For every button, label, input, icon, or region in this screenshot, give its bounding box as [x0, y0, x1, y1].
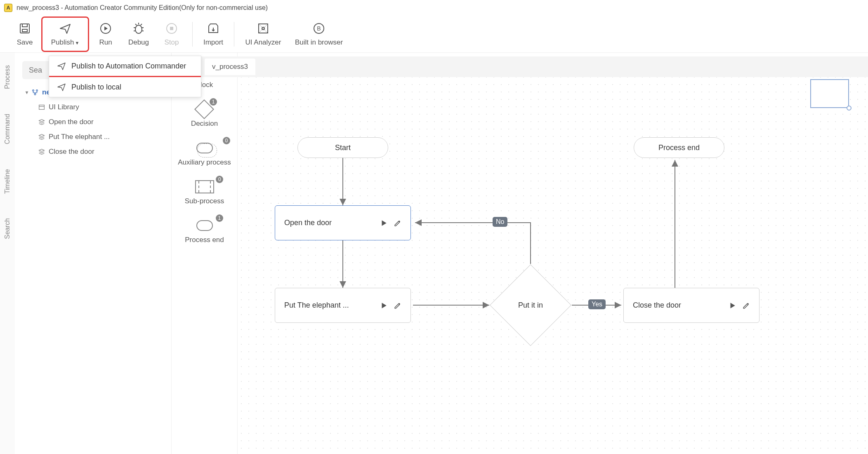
vtab-search[interactable]: Search [4, 218, 11, 239]
node-process-end[interactable]: Process end [634, 137, 724, 158]
save-icon [18, 22, 31, 35]
import-label: Import [203, 38, 223, 47]
ui-analyzer-icon [257, 22, 270, 35]
svg-point-7 [262, 27, 264, 30]
svg-point-11 [36, 90, 38, 92]
svg-rect-5 [170, 27, 173, 30]
node-label: Close the door [633, 301, 681, 310]
stop-label: Stop [165, 38, 179, 47]
node-label: Put The elephant ... [284, 301, 349, 310]
stop-button[interactable]: Stop [155, 16, 188, 52]
badge: 1 [216, 214, 223, 222]
publish-icon [59, 22, 72, 35]
svg-point-12 [34, 94, 36, 95]
separator [192, 22, 193, 47]
edit-icon[interactable] [743, 302, 750, 309]
publish-icon [57, 82, 66, 92]
import-icon [207, 22, 220, 35]
layers-icon [38, 118, 45, 126]
dd-label: Publish to local [71, 83, 121, 92]
ui-analyzer-label: UI Analyzer [245, 38, 281, 47]
vtab-command[interactable]: Command [4, 114, 11, 144]
flow-edges [238, 73, 868, 454]
debug-label: Debug [128, 38, 149, 47]
palette-label: Decision [191, 120, 218, 128]
window-title: new_process3 - Automation Creator Commun… [17, 4, 268, 12]
built-in-browser-button[interactable]: B Built in browser [288, 16, 350, 52]
svg-rect-1 [22, 29, 27, 32]
edge-no: No [493, 217, 507, 227]
tree-item-put-elephant[interactable]: Put The elephant ... [23, 129, 163, 144]
browser-label: Built in browser [295, 38, 343, 47]
edit-icon[interactable] [394, 219, 401, 227]
node-label: Open the door [284, 219, 332, 227]
node-label: Start [335, 143, 351, 152]
browser-icon: B [312, 22, 326, 35]
palette-decision[interactable]: 1 Decision [189, 101, 219, 128]
tree-item-ui-library[interactable]: UI Library [23, 100, 163, 115]
canvas[interactable]: Start Open the door Put The elephant ...… [238, 73, 868, 454]
vertical-tabs: Process Command Timeline Search [0, 53, 15, 454]
palette-label: Auxiliary process [178, 158, 231, 167]
tab-label: v_process3 [212, 63, 248, 71]
node-put-elephant[interactable]: Put The elephant ... [275, 288, 411, 323]
palette-label: Sub-process [185, 197, 224, 205]
publish-dropdown: Publish to Automation Commander Publish … [49, 56, 201, 97]
tree-label: Open the door [49, 118, 94, 126]
tree-label: Put The elephant ... [49, 133, 110, 141]
import-button[interactable]: Import [197, 16, 230, 52]
node-actions [380, 302, 401, 309]
layers-icon [38, 133, 45, 141]
workarea: Process Command Timeline Search ▾ new_pr… [0, 53, 868, 454]
palette: 3 Block 1 Decision 0 Auxiliary process 0… [172, 53, 238, 454]
tree-label: UI Library [49, 103, 79, 111]
edge-yes: Yes [588, 299, 606, 309]
vtab-process[interactable]: Process [4, 65, 11, 89]
titlebar: A new_process3 - Automation Creator Comm… [0, 0, 868, 16]
chevron-down-icon: ▾ [26, 89, 28, 95]
svg-point-10 [33, 90, 34, 92]
play-icon[interactable] [380, 219, 387, 227]
library-icon [38, 104, 45, 111]
badge: 1 [210, 98, 217, 106]
svg-text:B: B [317, 25, 321, 32]
node-actions [729, 302, 750, 309]
debug-button[interactable]: Debug [122, 16, 155, 52]
publish-icon [57, 61, 66, 71]
palette-label: Process end [185, 236, 224, 244]
publish-button[interactable]: Publish▼ [41, 16, 89, 52]
minimap[interactable] [810, 79, 849, 108]
badge: 0 [223, 137, 230, 144]
publish-label: Publish▼ [51, 38, 80, 47]
tab-active[interactable]: v_process3 [205, 59, 255, 75]
dd-label: Publish to Automation Commander [71, 62, 186, 71]
play-icon[interactable] [380, 302, 387, 309]
node-label: Process end [658, 143, 700, 152]
chevron-down-icon: ▼ [75, 40, 79, 45]
svg-point-3 [135, 25, 142, 33]
tab-strip: v_process3 [172, 56, 868, 77]
play-icon[interactable] [729, 302, 736, 309]
node-start[interactable]: Start [297, 137, 388, 158]
debug-icon [132, 22, 145, 35]
palette-end[interactable]: 1 Process end [183, 218, 226, 244]
separator [234, 22, 234, 47]
publish-to-commander[interactable]: Publish to Automation Commander [49, 56, 201, 77]
ui-analyzer-button[interactable]: UI Analyzer [238, 16, 288, 52]
node-actions [380, 219, 401, 227]
palette-subprocess[interactable]: 0 Sub-process [183, 179, 226, 205]
app-icon: A [4, 4, 12, 12]
tree-item-close-door[interactable]: Close the door [23, 144, 163, 159]
edit-icon[interactable] [394, 302, 401, 309]
vtab-timeline[interactable]: Timeline [4, 169, 11, 194]
tree-item-open-door[interactable]: Open the door [23, 115, 163, 129]
publish-to-local[interactable]: Publish to local [49, 77, 201, 97]
run-button[interactable]: Run [89, 16, 122, 52]
tree-label: Close the door [49, 148, 94, 156]
node-open-door[interactable]: Open the door [275, 205, 411, 240]
save-button[interactable]: Save [8, 16, 41, 52]
node-close-door[interactable]: Close the door [623, 288, 760, 323]
process-icon [31, 89, 39, 96]
svg-rect-13 [39, 105, 45, 110]
palette-auxiliary[interactable]: 0 Auxiliary process [176, 140, 233, 167]
